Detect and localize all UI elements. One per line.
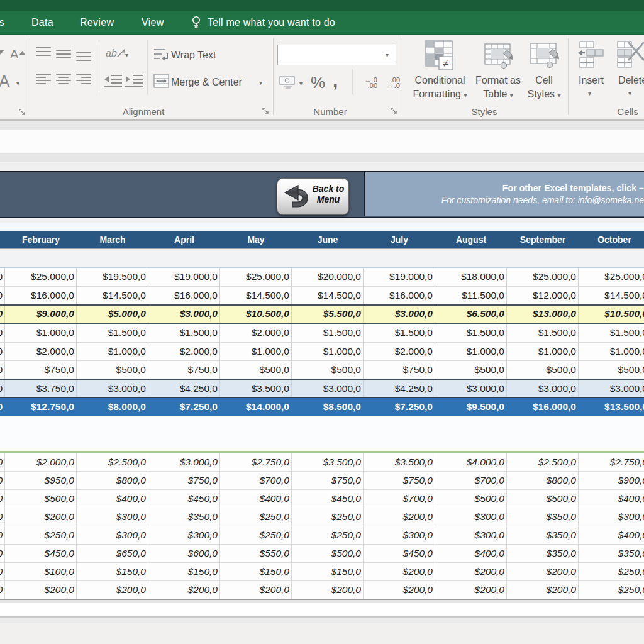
cell[interactable]: $450,0 [5, 544, 77, 562]
cell[interactable]: $19.000,0 [364, 267, 435, 286]
cell[interactable]: $1.500,0 [364, 323, 435, 342]
cell[interactable]: $4.250,0 [364, 379, 435, 398]
cell[interactable]: $200,0 [5, 508, 77, 526]
cell[interactable]: $10.500,0 [579, 304, 644, 323]
cell[interactable]: $500,0 [435, 360, 507, 379]
cell[interactable]: $900,0 [579, 471, 644, 489]
increase-indent-icon[interactable] [125, 74, 144, 91]
cell[interactable]: $2.500,0 [507, 453, 579, 471]
cell-clipped[interactable]: $0,0 [0, 304, 5, 323]
cell-clipped[interactable]: $0,0 [0, 562, 5, 580]
cell[interactable]: $250,0 [220, 526, 292, 544]
font-color-dropdown-icon[interactable]: ▾ [16, 80, 19, 87]
wrap-text-button[interactable]: Wrap Text [171, 50, 216, 61]
orientation-dropdown-icon[interactable]: ▾ [125, 52, 128, 58]
cell[interactable]: $2.000,0 [220, 323, 292, 342]
cell[interactable]: $400,0 [77, 489, 148, 508]
cell[interactable]: $350,0 [507, 508, 579, 526]
cell[interactable]: $500,0 [435, 489, 507, 508]
month-header-cell[interactable]: February [5, 231, 77, 248]
cell[interactable]: $700,0 [435, 471, 507, 489]
cell[interactable]: $500,0 [77, 360, 148, 379]
accounting-format-icon[interactable] [279, 76, 296, 91]
cell[interactable]: $12.750,0 [5, 397, 77, 416]
font-dialog-launcher-icon[interactable] [19, 109, 26, 116]
format-as-table-button-line2[interactable]: Table ▾ [473, 89, 523, 100]
cell[interactable]: $25.000,0 [507, 267, 579, 286]
cell-clipped[interactable]: $0,0 [0, 267, 5, 286]
cell[interactable]: $150,0 [148, 562, 220, 580]
cell[interactable]: $9.000,0 [5, 304, 77, 323]
cell[interactable]: $750,0 [148, 360, 220, 379]
cell[interactable]: $1.000,0 [77, 342, 148, 361]
cell[interactable]: $3.500,0 [364, 453, 435, 471]
insert-button[interactable]: Insert [572, 75, 610, 86]
cell[interactable]: $14.500,0 [579, 286, 644, 305]
cell-clipped[interactable]: $0,0 [0, 453, 5, 471]
cell[interactable]: $1.500,0 [292, 323, 364, 342]
align-top-icon[interactable] [36, 47, 51, 56]
cell[interactable]: $400,0 [220, 489, 292, 508]
number-dialog-launcher-icon[interactable] [391, 108, 397, 114]
cell[interactable]: $500,0 [292, 360, 364, 379]
number-format-combobox[interactable] [277, 45, 396, 65]
cell[interactable]: $300,0 [579, 508, 644, 526]
cell[interactable]: $1.000,0 [507, 342, 579, 361]
cell[interactable]: $2.000,0 [5, 342, 77, 361]
cell[interactable]: $19.000,0 [148, 267, 220, 286]
cell[interactable]: $3.000,0 [364, 304, 435, 323]
cell[interactable]: $1.500,0 [579, 323, 644, 342]
cell[interactable]: $800,0 [507, 471, 579, 489]
orientation-icon[interactable]: ab [106, 48, 117, 59]
cell[interactable]: $300,0 [77, 526, 148, 544]
cell[interactable]: $450,0 [148, 489, 220, 508]
cell[interactable]: $25.000,0 [220, 267, 292, 286]
cell[interactable]: $3.000,0 [148, 453, 220, 471]
conditional-formatting-button-line2[interactable]: Formatting ▾ [410, 89, 470, 100]
cell[interactable]: $750,0 [148, 471, 220, 489]
cell[interactable]: $5.000,0 [77, 304, 148, 323]
back-to-menu-button[interactable]: Back toMenu [277, 178, 349, 215]
alignment-dialog-launcher-icon[interactable] [262, 108, 269, 114]
cell[interactable]: $750,0 [364, 360, 435, 379]
cell-styles-button-line2[interactable]: Styles ▾ [525, 89, 563, 100]
month-header-cell-clipped[interactable] [0, 231, 5, 248]
cell[interactable]: $200,0 [435, 562, 507, 580]
delete-dropdown-icon[interactable]: ▾ [628, 91, 631, 97]
merge-center-dropdown-icon[interactable]: ▾ [259, 80, 262, 86]
cell[interactable]: $750,0 [5, 360, 77, 379]
delete-button[interactable]: Delete [614, 75, 644, 86]
cell[interactable]: $250,0 [292, 508, 364, 526]
cell-clipped[interactable]: $0,0 [0, 397, 5, 416]
cell[interactable]: $650,0 [77, 544, 148, 562]
cell[interactable]: $1.500,0 [507, 323, 579, 342]
cell-clipped[interactable]: $0,0 [0, 526, 5, 544]
cell[interactable]: $4.000,0 [435, 453, 507, 471]
cell[interactable]: $7.250,0 [364, 397, 435, 416]
cell[interactable]: $350,0 [507, 544, 579, 562]
format-as-table-button[interactable]: Format as [473, 75, 523, 86]
cell[interactable]: $200,0 [220, 580, 292, 599]
cell[interactable]: $1.000,0 [220, 342, 292, 361]
cell[interactable]: $250,0 [579, 580, 644, 599]
cell[interactable]: $2.750,0 [220, 453, 292, 471]
align-right-icon[interactable] [76, 74, 91, 84]
cell-clipped[interactable]: $0,0 [0, 379, 5, 398]
cell[interactable]: $1.000,0 [579, 342, 644, 361]
cell[interactable]: $450,0 [292, 489, 364, 508]
grow-font-icon[interactable]: A [10, 47, 18, 62]
cell[interactable]: $11.500,0 [435, 286, 507, 305]
cell-styles-button[interactable]: Cell [525, 75, 563, 86]
cell[interactable]: $1.500,0 [435, 323, 507, 342]
cell[interactable]: $550,0 [220, 544, 292, 562]
cell[interactable]: $13.000,0 [507, 304, 579, 323]
conditional-formatting-button[interactable]: Conditional [410, 75, 470, 86]
cell[interactable]: $500,0 [5, 489, 77, 508]
cell[interactable]: $3.500,0 [220, 379, 292, 398]
decrease-indent-icon[interactable] [104, 74, 123, 91]
cell[interactable]: $200,0 [507, 562, 579, 580]
align-left-icon[interactable] [36, 74, 51, 84]
tab-formulas-clipped[interactable]: Formulas [0, 11, 4, 34]
cell[interactable]: $700,0 [364, 489, 435, 508]
align-middle-icon[interactable] [56, 50, 71, 58]
